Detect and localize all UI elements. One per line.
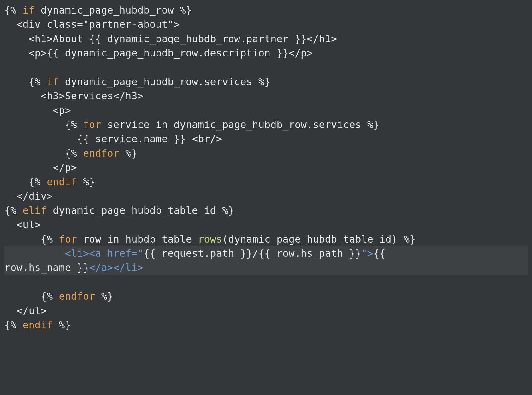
code-line: <p> — [4, 105, 71, 116]
keyword-endif: endif — [47, 176, 77, 187]
keyword-for: for — [83, 119, 101, 130]
html-tag: "> — [361, 248, 373, 259]
code-line: <ul> — [4, 219, 41, 230]
code-line: <h1>About {{ dynamic_page_hubdb_row.part… — [4, 33, 337, 44]
html-tag: <li><a href=" — [65, 248, 144, 259]
keyword-endif: endif — [23, 319, 53, 331]
code-line-highlighted: row.hs_name }}</a></li> — [4, 261, 528, 275]
code-line: <div class="partner-about"> — [4, 19, 180, 30]
code-line: </p> — [4, 162, 77, 173]
keyword-if: if — [23, 4, 35, 16]
keyword-endfor: endfor — [83, 148, 119, 159]
code-line: </ul> — [4, 305, 47, 316]
keyword-elif: elif — [23, 205, 47, 216]
code-line: {% endfor %} — [4, 291, 113, 302]
code-line: {% endfor %} — [4, 148, 138, 159]
code-line: {{ service.name }} <br/> — [4, 133, 222, 144]
function-rows: _rows — [192, 233, 222, 245]
code-line: {% endif %} — [4, 319, 71, 331]
code-line: {% elif dynamic_page_hubdb_table_id %} — [4, 205, 234, 216]
code-line: <h3>Services</h3> — [4, 90, 144, 102]
html-tag: </a></li> — [89, 262, 143, 273]
code-line: {% endif %} — [4, 176, 95, 187]
code-line: {% if dynamic_page_hubdb_row %} — [4, 4, 192, 16]
code-block: {% if dynamic_page_hubdb_row %} <div cla… — [0, 0, 532, 335]
keyword-endfor: endfor — [59, 291, 95, 302]
code-line: {% for row in hubdb_table_rows(dynamic_p… — [4, 233, 416, 245]
keyword-if: if — [47, 76, 59, 87]
code-line: <p>{{ dynamic_page_hubdb_row.description… — [4, 47, 313, 59]
code-line: {% if dynamic_page_hubdb_row.services %} — [4, 76, 270, 87]
keyword-for: for — [59, 233, 77, 245]
code-line-highlighted: <li><a href="{{ request.path }}/{{ row.h… — [4, 246, 528, 261]
code-line: {% for service in dynamic_page_hubdb_row… — [4, 119, 379, 130]
code-line: </div> — [4, 191, 53, 202]
